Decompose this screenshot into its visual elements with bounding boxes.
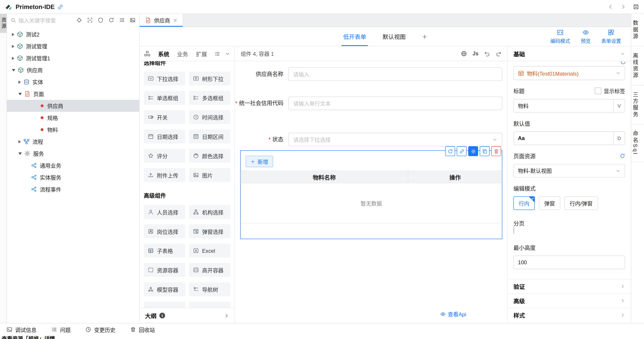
nav-forward-icon[interactable] (620, 4, 626, 10)
component-button-image[interactable]: 图片 (189, 168, 230, 182)
tree-item[interactable]: 供应商 (7, 64, 139, 76)
tree-item[interactable]: 测试管理 (7, 40, 139, 52)
shield-icon[interactable] (98, 17, 104, 23)
palette-tab-extension[interactable]: 扩展 (196, 50, 207, 58)
component-button-partial[interactable] (189, 302, 230, 308)
component-button-subtable[interactable]: 子表格 (144, 244, 185, 258)
code-mode-button[interactable]: 编码模式 (550, 29, 570, 44)
copy-button[interactable] (480, 146, 490, 156)
default-value-input[interactable]: Aa (514, 132, 613, 145)
component-button-radio-group[interactable]: 单选框组 (144, 91, 185, 105)
tree-item[interactable]: 测试2 (7, 28, 139, 40)
rail-tab-offline-resources[interactable]: 离线资源 (631, 46, 644, 85)
component-button-model-container[interactable]: 模型容器 (144, 282, 185, 296)
link-icon[interactable] (58, 4, 64, 10)
rail-tab-named-sql[interactable]: 命名Sql (631, 124, 644, 162)
view-api-link[interactable]: 查看Api (440, 310, 466, 318)
show-label-checkbox[interactable]: 显示标签 (595, 87, 625, 95)
title-input[interactable]: 物料 (514, 100, 613, 112)
component-button-nav-tree[interactable]: 导航树 (189, 282, 230, 296)
form-field-social-credit-code[interactable]: 统一社会信用代码 请输入单行文本 (235, 96, 502, 110)
variable-suffix-button[interactable]: V (613, 100, 625, 112)
component-button-popup-select[interactable]: 弹窗选择 (189, 224, 230, 238)
props-header[interactable]: 基础 (508, 46, 631, 61)
sync-button[interactable] (445, 146, 455, 156)
section-advanced[interactable]: 高级 (508, 293, 631, 308)
search-input[interactable]: 输入关键字搜索 (18, 16, 71, 24)
rail-tab-data-source[interactable]: 数据源 (631, 14, 644, 46)
blocks-icon[interactable] (144, 51, 150, 57)
select-input[interactable]: 请选择下拉选择 (288, 133, 502, 146)
recycle-bin-button[interactable]: 回收站 (130, 326, 155, 334)
tree-item[interactable]: 流程事件 (7, 183, 139, 195)
palette-tab-business[interactable]: 业务 (177, 50, 188, 58)
link-button[interactable] (457, 146, 467, 156)
refresh-icon[interactable] (108, 17, 114, 23)
caret-down-icon[interactable] (18, 152, 22, 155)
redo-icon[interactable] (496, 51, 502, 56)
tree-item[interactable]: 物料 (7, 124, 139, 136)
refresh-icon[interactable] (620, 153, 625, 158)
chevron-down-icon[interactable] (225, 51, 230, 56)
problems-button[interactable]: 问题 (51, 326, 71, 334)
component-button-checkbox-group[interactable]: 多选框组 (189, 91, 230, 105)
nav-back-icon[interactable] (608, 4, 614, 10)
view-tab-lowcode-form[interactable]: 低开表单 (343, 27, 366, 46)
caret-right-icon[interactable] (12, 56, 14, 60)
caret-down-icon[interactable] (18, 93, 22, 95)
collapse-all-icon[interactable] (119, 17, 125, 23)
view-tab-default-view[interactable]: 默认视图 (382, 27, 406, 46)
form-settings-button[interactable]: 表单设置 (601, 29, 621, 44)
tree-item-selected[interactable]: 供应商 (7, 100, 139, 112)
section-style[interactable]: 样式 (508, 308, 631, 322)
component-button-org[interactable]: 机构选择 (189, 205, 230, 219)
card-view-icon[interactable] (130, 17, 136, 23)
tree-item[interactable]: 页面 (7, 88, 139, 100)
tree-item[interactable]: 服务 (7, 148, 139, 159)
text-input[interactable]: 请输入 (288, 67, 502, 81)
tree-item[interactable]: 流程 (7, 136, 139, 148)
locate-icon[interactable] (76, 17, 82, 23)
tree-item[interactable]: 实体服务 (7, 171, 139, 183)
component-button-person[interactable]: 人员选择 (144, 205, 185, 219)
close-icon[interactable] (173, 18, 177, 22)
min-height-input[interactable]: 100 (514, 256, 625, 269)
tree-item[interactable]: 规格 (7, 112, 139, 124)
page-resource-select[interactable]: 物料-默认视图 (514, 164, 625, 178)
component-button-partial[interactable] (144, 302, 185, 308)
component-button-select[interactable]: 下拉选择 (144, 72, 185, 86)
pagination-checkbox[interactable] (514, 227, 514, 234)
caret-right-icon[interactable] (18, 80, 21, 84)
component-button-date[interactable]: 日期选择 (144, 130, 185, 144)
tree-item[interactable]: 测试管理1 (7, 52, 139, 64)
component-button-color[interactable]: 颜色选择 (189, 149, 230, 163)
form-field-supplier-name[interactable]: 供应商名称 请输入 (235, 67, 502, 81)
debug-info-button[interactable]: 调试信息 (6, 326, 36, 334)
preview-button[interactable]: 预览 (581, 29, 591, 44)
add-view-icon[interactable] (422, 34, 427, 40)
scan-icon[interactable] (87, 17, 93, 23)
edit-mode-inline-button[interactable]: 行内 (514, 196, 535, 210)
tree-item[interactable]: 实体 (7, 76, 139, 88)
rail-tab-resources[interactable]: 资源 (0, 14, 6, 33)
doc-tab-supplier[interactable]: 供应商 (140, 14, 184, 27)
bound-resource-select[interactable]: 物料(Test01Materials) (514, 66, 625, 80)
caret-right-icon[interactable] (12, 44, 14, 48)
chevron-right-icon[interactable] (224, 313, 229, 318)
component-button-upload[interactable]: 附件上传 (144, 168, 185, 182)
edit-mode-popup-button[interactable]: 弹窗 (539, 196, 560, 210)
outline-footer[interactable]: 大纲 (140, 308, 235, 323)
component-button-switch[interactable]: 开关 (144, 110, 185, 124)
caret-down-icon[interactable] (12, 69, 15, 71)
default-value-input-group[interactable]: Aa D (514, 132, 625, 145)
globe-icon[interactable] (460, 51, 467, 57)
title-input-group[interactable]: 物料 V (514, 99, 625, 112)
add-row-button[interactable]: 新增 (246, 156, 273, 167)
checkbox-icon[interactable] (595, 88, 601, 94)
chevron-down-icon[interactable] (620, 51, 625, 56)
settings-button[interactable] (468, 146, 478, 156)
component-button-resource-container[interactable]: 资源容器 (144, 263, 185, 277)
selected-subtable-container[interactable]: 新增 物料名称 操作 暂无数据 (240, 150, 502, 239)
section-validation[interactable]: 验证 (508, 279, 631, 293)
text-input[interactable]: 请输入单行文本 (288, 96, 502, 110)
